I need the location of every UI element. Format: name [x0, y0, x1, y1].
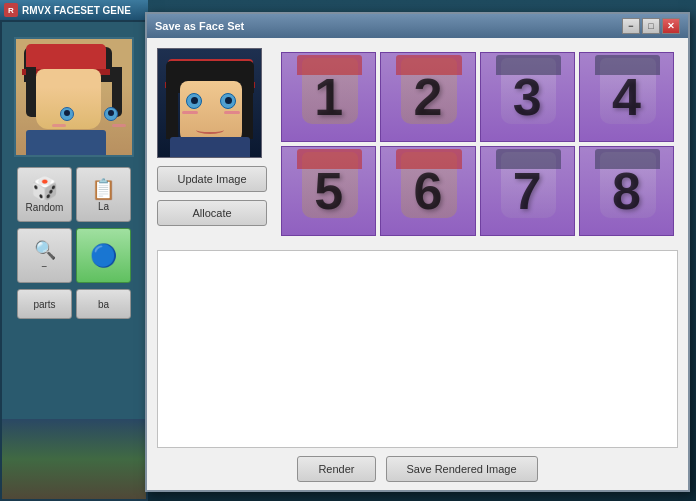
random-button[interactable]: 🎲 Random [17, 167, 72, 222]
portrait-eye-right [220, 93, 236, 109]
main-character [16, 39, 132, 155]
face-grid: 1 2 [277, 48, 678, 240]
zoom-out-icon: 🔍 [34, 239, 56, 261]
plus-button[interactable]: 🔵 [76, 228, 131, 283]
char-face [36, 69, 101, 129]
grid-cell-4[interactable]: 4 [579, 52, 674, 142]
grid-cell-7[interactable]: 7 [480, 146, 575, 236]
btn-row-2: 🔍 − 🔵 [7, 228, 141, 283]
base-label: ba [98, 299, 109, 310]
main-app-title: RMVX FACESET GENE [22, 5, 131, 16]
btn-row-1: 🎲 Random 📋 La [7, 167, 141, 222]
portrait-hair-left [166, 79, 178, 139]
char-collar [26, 130, 106, 155]
minus-button[interactable]: 🔍 − [17, 228, 72, 283]
grid-number-7: 7 [513, 161, 542, 221]
grid-number-6: 6 [413, 161, 442, 221]
close-button[interactable]: ✕ [662, 18, 680, 34]
modal-dialog: Save as Face Set − □ ✕ [145, 12, 690, 492]
grid-cell-5[interactable]: 5 [281, 146, 376, 236]
modal-body: Update Image Allocate 1 [147, 38, 688, 490]
btn-row-3: parts ba [7, 289, 141, 319]
char-eye-right [104, 107, 118, 121]
landscape-bg [2, 419, 148, 499]
portrait-cheek-right [224, 111, 240, 114]
char-hair-left [26, 67, 36, 117]
char-cheek-left [52, 124, 66, 127]
grid-cell-1[interactable]: 1 [281, 52, 376, 142]
modal-left-panel: Update Image Allocate [157, 48, 267, 240]
main-char-preview [14, 37, 134, 157]
grid-number-8: 8 [612, 161, 641, 221]
app-icon: R [4, 3, 18, 17]
minimize-button[interactable]: − [622, 18, 640, 34]
modal-portrait-box [157, 48, 262, 158]
grid-cell-3[interactable]: 3 [480, 52, 575, 142]
modal-title: Save as Face Set [155, 20, 244, 32]
layer-button[interactable]: 📋 La [76, 167, 131, 222]
render-preview-area [157, 250, 678, 448]
save-rendered-button[interactable]: Save Rendered Image [386, 456, 538, 482]
char-cheek-right [112, 124, 126, 127]
modal-bottom-buttons: Render Save Rendered Image [147, 448, 688, 490]
layer-icon: 📋 [91, 177, 116, 201]
grid-number-4: 4 [612, 67, 641, 127]
portrait-eye-left [186, 93, 202, 109]
render-button[interactable]: Render [297, 456, 375, 482]
portrait-cheek-left [182, 111, 198, 114]
main-titlebar: R RMVX FACESET GENE [0, 0, 148, 20]
dice-icon: 🎲 [31, 176, 58, 202]
portrait-pupil-right [225, 97, 232, 104]
parts-button[interactable]: parts [17, 289, 72, 319]
modal-character [158, 49, 261, 157]
grid-cell-2[interactable]: 2 [380, 52, 475, 142]
random-label: Random [26, 202, 64, 213]
buttons-area: 🎲 Random 📋 La 🔍 − 🔵 parts ba [7, 167, 141, 319]
main-app-content: 🎲 Random 📋 La 🔍 − 🔵 parts ba [0, 20, 148, 501]
portrait-hair-right [241, 79, 253, 139]
update-image-button[interactable]: Update Image [157, 166, 267, 192]
grid-number-3: 3 [513, 67, 542, 127]
portrait-body [170, 137, 250, 157]
modal-titlebar: Save as Face Set − □ ✕ [147, 14, 688, 38]
modal-top-section: Update Image Allocate 1 [147, 38, 688, 250]
layer-label: La [98, 201, 109, 212]
allocate-button[interactable]: Allocate [157, 200, 267, 226]
portrait-pupil-left [191, 97, 198, 104]
portrait-mouth [196, 126, 224, 134]
grid-number-1: 1 [314, 67, 343, 127]
grid-cell-8[interactable]: 8 [579, 146, 674, 236]
parts-label: parts [33, 299, 55, 310]
plus-icon: 🔵 [90, 243, 117, 269]
maximize-button[interactable]: □ [642, 18, 660, 34]
grid-number-5: 5 [314, 161, 343, 221]
minus-label: − [42, 261, 48, 272]
base-button[interactable]: ba [76, 289, 131, 319]
grid-cell-6[interactable]: 6 [380, 146, 475, 236]
char-eye-left [60, 107, 74, 121]
modal-window-buttons: − □ ✕ [622, 18, 680, 34]
grid-number-2: 2 [413, 67, 442, 127]
